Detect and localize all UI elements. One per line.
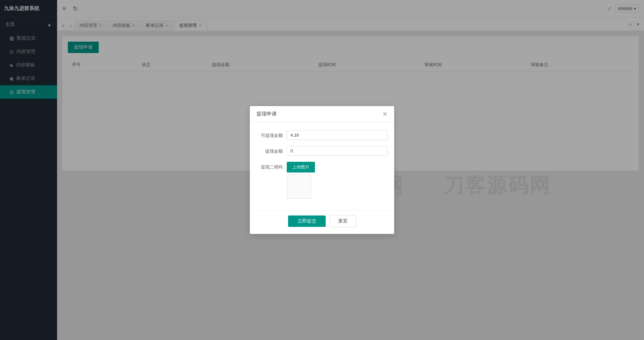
withdraw-amount-row: 提现金额 (257, 146, 387, 156)
modal-overlay: 提现申请 ✕ 可提现金额 提现金额 提现二维码 上传图片 (0, 0, 644, 340)
reset-button[interactable]: 重置 (330, 215, 356, 227)
withdraw-amount-input[interactable] (287, 146, 387, 156)
withdraw-amount-label: 提现金额 (257, 146, 287, 154)
qrcode-row: 提现二维码 上传图片 (257, 162, 387, 199)
modal-close-button[interactable]: ✕ (382, 111, 387, 117)
modal-title: 提现申请 (257, 111, 277, 117)
modal-footer: 立即提交 重置 (250, 210, 394, 234)
available-amount-label: 可提现金额 (257, 130, 287, 139)
available-amount-row: 可提现金额 (257, 130, 387, 140)
upload-area: 上传图片 (287, 162, 315, 199)
modal-body: 可提现金额 提现金额 提现二维码 上传图片 (250, 122, 394, 210)
modal-header: 提现申请 ✕ (250, 106, 394, 122)
qrcode-label: 提现二维码 (257, 162, 287, 170)
withdraw-modal: 提现申请 ✕ 可提现金额 提现金额 提现二维码 上传图片 (250, 106, 394, 234)
submit-button[interactable]: 立即提交 (288, 215, 326, 227)
upload-image-button[interactable]: 上传图片 (287, 162, 315, 173)
available-amount-input[interactable] (287, 130, 387, 140)
image-preview (287, 175, 311, 199)
